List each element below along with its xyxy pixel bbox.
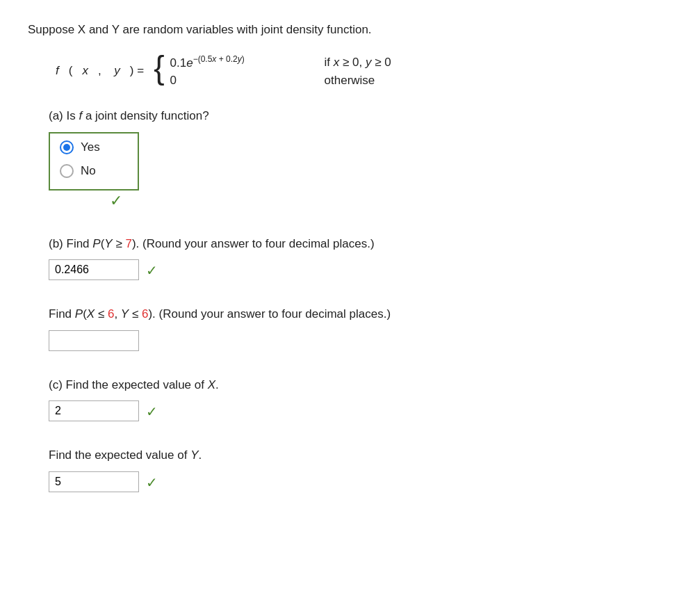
formula-close: ) = [130,64,144,78]
part-b2-input[interactable] [49,330,139,351]
part-c1-label: (c) Find the expected value of X. [49,376,667,394]
part-c2-input-row: ✓ [49,471,667,492]
brace-container: { 0.1e−(0.5x + 0.2y) if x ≥ 0, y ≥ 0 0 o… [154,54,391,88]
part-b2-num2: 6 [142,307,148,321]
exponent: −(0.5x + 0.2y) [193,54,245,64]
radio-no-label: No [81,164,96,178]
formula-parens: ( [69,64,73,78]
part-b2-num1: 6 [108,307,114,321]
formula-comma: , [98,64,104,78]
part-a-block: (a) Is f a joint density function? Yes N… [49,107,667,210]
part-b2-input-row [49,330,667,351]
part-b1-checkmark: ✓ [146,262,158,279]
part-a-label: (a) Is f a joint density function? [49,107,667,125]
piecewise-row-2: 0 otherwise [170,74,391,88]
radio-option-no[interactable]: No [60,164,125,178]
part-b1-input-row: ✓ [49,259,667,280]
part-c1-block: (c) Find the expected value of X. ✓ [49,376,667,422]
part-c2-label: Find the expected value of Y. [49,446,667,464]
radio-option-yes[interactable]: Yes [60,140,125,154]
formula-row1: 0.1e−(0.5x + 0.2y) [170,54,309,70]
part-b1-label: (b) Find P(Y ≥ 7). (Round your answer to… [49,235,667,253]
formula-y: y [114,64,120,78]
part-b1-block: (b) Find P(Y ≥ 7). (Round your answer to… [49,235,667,281]
piecewise: 0.1e−(0.5x + 0.2y) if x ≥ 0, y ≥ 0 0 oth… [170,54,391,88]
part-c1-input[interactable] [49,400,139,421]
radio-no-circle[interactable] [60,164,74,178]
part-c1-checkmark: ✓ [146,403,158,420]
piecewise-row-1: 0.1e−(0.5x + 0.2y) if x ≥ 0, y ≥ 0 [170,54,391,70]
left-brace: { [154,51,164,88]
radio-box: Yes No [49,132,139,191]
intro-text: Suppose X and Y are random variables wit… [28,21,667,39]
condition-row1: if x ≥ 0, y ≥ 0 [325,56,391,70]
part-c1-input-row: ✓ [49,400,667,421]
part-b2-label: Find P(X ≤ 6, Y ≤ 6). (Round your answer… [49,305,667,323]
part-a-checkmark: ✓ [110,192,667,210]
condition-row2: otherwise [325,74,375,88]
formula-x: x [82,64,88,78]
formula-block: f(x, y) = { 0.1e−(0.5x + 0.2y) if x ≥ 0,… [56,54,667,88]
formula-row2: 0 [170,74,309,88]
radio-yes-label: Yes [81,140,100,154]
part-c2-checkmark: ✓ [146,474,158,491]
formula-label: f [56,64,59,78]
part-c2-input[interactable] [49,471,139,492]
radio-yes-circle[interactable] [60,140,74,154]
part-b1-num: 7 [125,237,131,250]
part-c2-block: Find the expected value of Y. ✓ [49,446,667,492]
part-b2-block: Find P(X ≤ 6, Y ≤ 6). (Round your answer… [49,305,667,351]
part-b1-input[interactable] [49,259,139,280]
